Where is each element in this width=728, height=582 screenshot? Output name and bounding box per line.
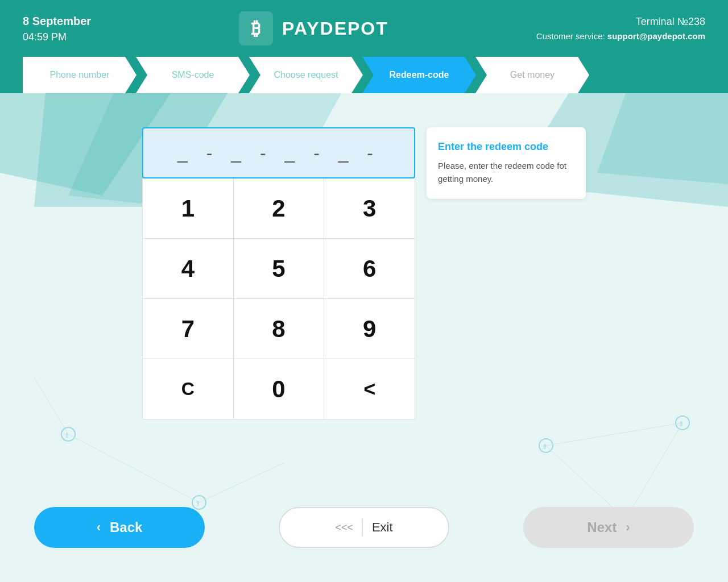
key-3[interactable]: 3 <box>324 178 415 238</box>
exit-button-label: Exit <box>372 520 393 535</box>
code-display-value: _ - _ - _ - _ - <box>177 143 380 164</box>
bottom-bar: ‹ Back <<< Exit Next › <box>0 507 728 548</box>
svg-line-22 <box>199 463 284 502</box>
key-0[interactable]: 0 <box>234 359 325 419</box>
key-backspace[interactable]: < <box>324 359 415 419</box>
support-label: Customer service: <box>536 31 605 41</box>
header-time: 04:59 PM <box>23 30 91 45</box>
keypad-container: _ - _ - _ - _ - 1 2 3 4 5 6 7 8 9 C 0 < <box>142 127 415 419</box>
key-6[interactable]: 6 <box>324 239 415 298</box>
back-arrow-icon: ‹ <box>97 520 101 535</box>
next-button-label: Next <box>587 519 617 535</box>
svg-text:₿: ₿ <box>680 421 683 427</box>
next-button: Next › <box>523 507 694 548</box>
key-clear[interactable]: C <box>143 359 234 419</box>
header-logo: ₿ PAYDEPOT <box>239 11 388 45</box>
keypad-row-4: C 0 < <box>143 359 415 419</box>
code-display: _ - _ - _ - _ - <box>142 127 415 178</box>
svg-line-19 <box>626 423 682 519</box>
step-choose: Choose request <box>249 57 363 93</box>
exit-arrows-icon: <<< <box>335 522 353 534</box>
info-title: Enter the redeem code <box>438 141 574 153</box>
info-panel: Enter the redeem code Please, enter the … <box>427 127 586 199</box>
svg-line-18 <box>546 423 682 446</box>
keypad-row-3: 7 8 9 <box>143 299 415 359</box>
svg-text:₿: ₿ <box>543 443 547 450</box>
key-7[interactable]: 7 <box>143 299 234 359</box>
key-2[interactable]: 2 <box>234 178 325 238</box>
key-8[interactable]: 8 <box>234 299 325 359</box>
step-redeem: Redeem-code <box>362 57 476 93</box>
header-datetime: 8 September 04:59 PM <box>23 13 91 45</box>
support-info: Customer service: support@paydepot.com <box>536 30 705 43</box>
support-email: support@paydepot.com <box>607 31 705 41</box>
svg-text:₿: ₿ <box>65 432 69 438</box>
step-sms: SMS-code <box>136 57 250 93</box>
next-arrow-icon: › <box>626 520 630 535</box>
logo-icon: ₿ <box>239 11 273 45</box>
steps-navigation: Phone number SMS-code Choose request Red… <box>0 57 728 93</box>
header: 8 September 04:59 PM ₿ PAYDEPOT Terminal… <box>0 0 728 57</box>
back-button-label: Back <box>110 519 142 535</box>
keypad-row-1: 1 2 3 <box>143 178 415 239</box>
exit-divider <box>362 519 363 536</box>
key-4[interactable]: 4 <box>143 239 234 298</box>
keypad-row-2: 4 5 6 <box>143 239 415 299</box>
step-phone: Phone number <box>23 57 136 93</box>
header-support: Terminal №238 Customer service: support@… <box>536 14 705 44</box>
key-5[interactable]: 5 <box>234 239 325 298</box>
back-button[interactable]: ‹ Back <box>34 507 205 548</box>
exit-button[interactable]: <<< Exit <box>279 507 449 548</box>
logo-text: PAYDEPOT <box>282 18 388 39</box>
header-date: 8 September <box>23 13 91 30</box>
key-9[interactable]: 9 <box>324 299 415 359</box>
numeric-keypad: 1 2 3 4 5 6 7 8 9 C 0 < <box>142 178 415 419</box>
svg-text:₿: ₿ <box>251 18 260 39</box>
step-getmoney: Get money <box>475 57 589 93</box>
svg-line-17 <box>68 434 199 502</box>
main-content: _ - _ - _ - _ - 1 2 3 4 5 6 7 8 9 C 0 < <box>0 93 728 419</box>
info-description: Please, enter the redeem code fot gettin… <box>438 160 574 185</box>
terminal-number: Terminal №238 <box>536 14 705 30</box>
key-1[interactable]: 1 <box>143 178 234 238</box>
